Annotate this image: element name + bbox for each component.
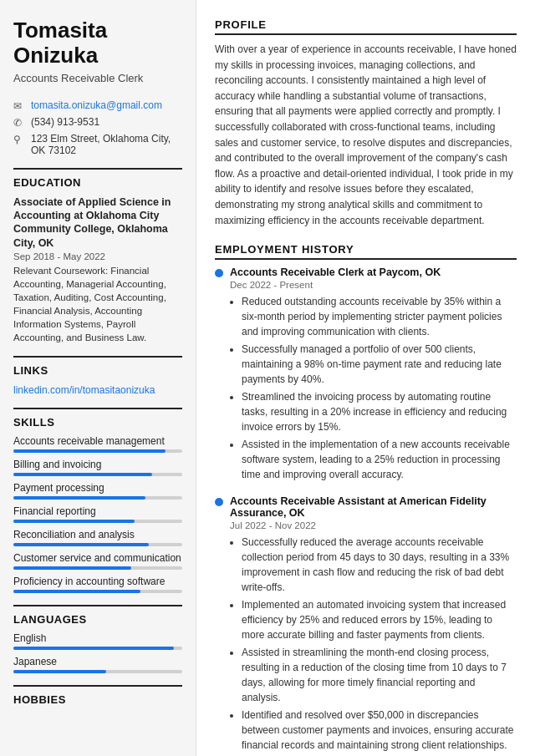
phone-icon: ✆ bbox=[13, 117, 25, 129]
skill-bar-fill bbox=[13, 520, 135, 523]
hobbies-divider bbox=[13, 685, 182, 687]
skills-list: Accounts receivable management Billing a… bbox=[13, 435, 182, 593]
education-dates: Sep 2018 - May 2022 bbox=[13, 251, 182, 261]
skills-divider bbox=[13, 408, 182, 409]
skill-label: Financial reporting bbox=[13, 505, 182, 517]
job-title: Accounts Receivable Clerk at Paycom, OK bbox=[230, 266, 441, 278]
job-bullet: Successfully managed a portfolio of over… bbox=[242, 342, 517, 387]
job-bullet: Streamlined the invoicing process by aut… bbox=[242, 389, 517, 434]
skill-bar-fill bbox=[13, 449, 166, 453]
job-bullet: Assisted in streamlining the month-end c… bbox=[242, 645, 517, 705]
skill-label: Proficiency in accounting software bbox=[13, 576, 182, 587]
job-bullet: Successfully reduced the average account… bbox=[242, 535, 517, 595]
skill-bar-bg bbox=[13, 520, 182, 523]
job-dates: Jul 2022 - Nov 2022 bbox=[230, 520, 517, 530]
education-divider bbox=[13, 168, 182, 170]
skill-label: Customer service and communication bbox=[13, 552, 182, 564]
skills-section-title: SKILLS bbox=[13, 416, 182, 429]
skill-bar-bg bbox=[13, 543, 182, 546]
languages-section-title: LANGUAGES bbox=[13, 613, 182, 626]
job-title: Accounts Receivable Assistant at America… bbox=[230, 495, 517, 519]
job-title-line: Accounts Receivable Assistant at America… bbox=[215, 495, 517, 519]
skill-label: Reconciliation and analysis bbox=[13, 529, 182, 540]
candidate-name: Tomasita Onizuka bbox=[13, 18, 182, 68]
email-icon: ✉ bbox=[13, 100, 25, 112]
skill-item: Financial reporting bbox=[13, 505, 182, 523]
linkedin-link[interactable]: linkedin.com/in/tomasitaonizuka bbox=[13, 384, 155, 396]
skill-label: Billing and invoicing bbox=[13, 459, 182, 470]
language-bar-bg bbox=[13, 647, 182, 650]
job-bullet: Identified and resolved over $50,000 in … bbox=[242, 708, 517, 753]
skill-bar-fill bbox=[13, 566, 131, 570]
language-label: Japanese bbox=[13, 656, 182, 667]
skill-item: Proficiency in accounting software bbox=[13, 576, 182, 593]
phone-text: (534) 913-9531 bbox=[31, 116, 99, 128]
sidebar: Tomasita Onizuka Accounts Receivable Cle… bbox=[0, 0, 196, 756]
contact-phone: ✆ (534) 913-9531 bbox=[13, 116, 182, 129]
language-label: English bbox=[13, 632, 182, 644]
language-item: Japanese bbox=[13, 656, 182, 673]
contact-email: ✉ tomasita.onizuka@gmail.com bbox=[13, 99, 182, 112]
coursework-text: Financial Accounting, Managerial Account… bbox=[13, 266, 166, 342]
email-link[interactable]: tomasita.onizuka@gmail.com bbox=[31, 99, 162, 111]
address-text: 123 Elm Street, Oklahoma City, OK 73102 bbox=[31, 133, 182, 156]
skill-label: Accounts receivable management bbox=[13, 435, 182, 447]
job-title-line: Accounts Receivable Clerk at Paycom, OK bbox=[215, 266, 517, 278]
jobs-list: Accounts Receivable Clerk at Paycom, OK … bbox=[215, 266, 517, 753]
skill-bar-fill bbox=[13, 590, 140, 593]
skill-bar-bg bbox=[13, 449, 182, 453]
job-bullets: Successfully reduced the average account… bbox=[230, 535, 517, 753]
employment-section: EMPLOYMENT HISTORY Accounts Receivable C… bbox=[215, 243, 517, 753]
skill-bar-fill bbox=[13, 543, 149, 546]
links-section-title: LINKS bbox=[13, 364, 182, 377]
links-divider bbox=[13, 356, 182, 358]
profile-section: PROFILE With over a year of experience i… bbox=[215, 18, 517, 228]
profile-title: PROFILE bbox=[215, 18, 517, 35]
job-bullets: Reduced outstanding accounts receivable … bbox=[230, 294, 517, 482]
employment-title: EMPLOYMENT HISTORY bbox=[215, 243, 517, 260]
job-bullet: Reduced outstanding accounts receivable … bbox=[242, 294, 517, 339]
skill-bar-bg bbox=[13, 473, 182, 476]
job-bullet: Assisted in the implementation of a new … bbox=[242, 437, 517, 482]
profile-text: With over a year of experience in accoun… bbox=[215, 42, 517, 228]
education-section-title: EDUCATION bbox=[13, 176, 182, 189]
coursework-label: Relevant Coursework: bbox=[13, 266, 108, 276]
language-bar-fill bbox=[13, 670, 106, 673]
skill-item: Payment processing bbox=[13, 482, 182, 500]
languages-divider bbox=[13, 605, 182, 606]
skill-bar-bg bbox=[13, 496, 182, 500]
contact-address: ⚲ 123 Elm Street, Oklahoma City, OK 7310… bbox=[13, 133, 182, 156]
location-icon: ⚲ bbox=[13, 134, 25, 145]
linkedin-link-item: linkedin.com/in/tomasitaonizuka bbox=[13, 383, 182, 396]
candidate-title: Accounts Receivable Clerk bbox=[13, 72, 182, 84]
skill-item: Accounts receivable management bbox=[13, 435, 182, 453]
job-dot bbox=[215, 498, 223, 506]
language-bar-fill bbox=[13, 647, 174, 650]
skill-label: Payment processing bbox=[13, 482, 182, 494]
job-dot bbox=[215, 269, 223, 277]
job-bullet: Implemented an automated invoicing syste… bbox=[242, 597, 517, 642]
skill-bar-bg bbox=[13, 590, 182, 593]
hobbies-section-title: HOBBIES bbox=[13, 693, 182, 706]
skill-bar-bg bbox=[13, 566, 182, 570]
education-coursework: Relevant Coursework: Financial Accountin… bbox=[13, 264, 182, 345]
job-dates: Dec 2022 - Present bbox=[230, 280, 517, 290]
skill-item: Customer service and communication bbox=[13, 552, 182, 570]
education-degree: Associate of Applied Science in Accounti… bbox=[13, 195, 182, 250]
skill-bar-fill bbox=[13, 496, 145, 500]
language-item: English bbox=[13, 632, 182, 650]
main-content: PROFILE With over a year of experience i… bbox=[196, 0, 535, 756]
language-bar-bg bbox=[13, 670, 182, 673]
job-item: Accounts Receivable Clerk at Paycom, OK … bbox=[215, 266, 517, 482]
skill-item: Reconciliation and analysis bbox=[13, 529, 182, 546]
skill-bar-fill bbox=[13, 473, 152, 476]
job-item: Accounts Receivable Assistant at America… bbox=[215, 495, 517, 753]
skill-item: Billing and invoicing bbox=[13, 459, 182, 476]
languages-list: English Japanese bbox=[13, 632, 182, 673]
